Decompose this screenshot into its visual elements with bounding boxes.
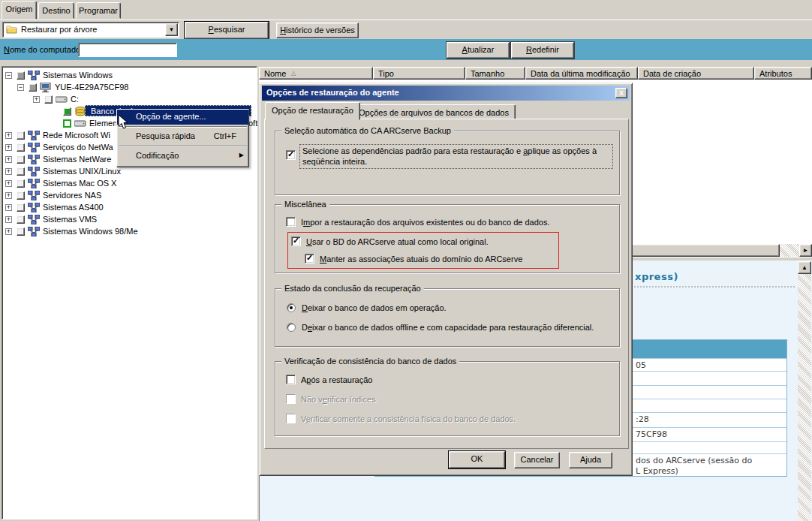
tree-item-c-drive[interactable]: + C: bbox=[2, 93, 256, 105]
tree-checkbox[interactable] bbox=[17, 131, 25, 140]
tree-checkbox[interactable] bbox=[17, 191, 25, 200]
network-icon bbox=[28, 167, 40, 176]
dialog-tab-label: Opções de arquivos de bancos de dados bbox=[359, 108, 509, 117]
expand-icon[interactable]: + bbox=[5, 168, 12, 175]
tree-checkbox[interactable] bbox=[44, 95, 53, 104]
tab-programar[interactable]: Programar bbox=[76, 2, 121, 19]
column-header-tamanho[interactable]: Tamanho bbox=[465, 67, 525, 80]
tree-item-label: Sistemas Mac OS X bbox=[43, 179, 116, 188]
tree-checkbox[interactable] bbox=[63, 119, 71, 128]
group-title: Verificação de consistência do banco de … bbox=[281, 357, 459, 366]
column-header-data-modificacao[interactable]: Data da última modificação bbox=[525, 67, 638, 80]
column-header-nome[interactable]: Nome △ bbox=[259, 67, 373, 80]
vertical-scrollbar[interactable]: ▲ bbox=[798, 261, 811, 521]
tab-destino[interactable]: Destino bbox=[38, 2, 74, 19]
tree-checkbox[interactable] bbox=[63, 107, 71, 116]
network-icon bbox=[28, 71, 40, 80]
update-button-label: Atualizar bbox=[447, 43, 509, 54]
tree-item-label: Sistemas AS400 bbox=[43, 203, 104, 212]
expand-icon[interactable]: + bbox=[5, 144, 12, 151]
dialog-title-bar[interactable]: Opções de restauração do agente X bbox=[262, 86, 630, 101]
ok-button[interactable]: OK bbox=[449, 451, 505, 468]
use-current-db-label: Usar o BD do ARCserve atual como local o… bbox=[306, 237, 489, 246]
tree-item-yue-computer[interactable]: − YUE-4E29A75CF98 bbox=[2, 81, 256, 93]
tree-item-sistemas-win98[interactable]: + Sistemas Windows 98/Me bbox=[2, 225, 256, 237]
tree-checkbox[interactable] bbox=[29, 83, 37, 92]
help-button[interactable]: Ajuda bbox=[569, 452, 612, 468]
tree-checkbox[interactable] bbox=[17, 215, 25, 224]
tree-checkbox[interactable] bbox=[17, 203, 25, 212]
skip-indexes-checkbox bbox=[286, 394, 296, 404]
cancel-button[interactable]: Cancelar bbox=[514, 452, 560, 468]
network-icon bbox=[28, 131, 40, 140]
network-icon bbox=[28, 191, 40, 200]
tab-origem[interactable]: Origem bbox=[2, 1, 37, 20]
tree-checkbox[interactable] bbox=[17, 227, 25, 236]
dropdown-arrow-button[interactable]: ▼ bbox=[165, 23, 178, 36]
network-icon bbox=[28, 203, 40, 212]
tree-item-servidores-nas[interactable]: + Servidores NAS bbox=[2, 189, 256, 201]
dialog-tab-restore-option[interactable]: Opção de restauração bbox=[265, 102, 360, 120]
expand-icon[interactable]: + bbox=[5, 156, 12, 163]
menu-item-agent-option[interactable]: Opção de agente... bbox=[117, 110, 248, 125]
page-edge-divider bbox=[0, 20, 812, 20]
menu-item-label: Opção de agente... bbox=[136, 112, 206, 121]
tree-item-label: Sistemas UNIX/Linux bbox=[43, 167, 121, 176]
tree-item-sistemas-vms[interactable]: + Sistemas VMS bbox=[2, 213, 256, 225]
tree-checkbox[interactable] bbox=[17, 179, 25, 188]
drive-icon bbox=[56, 95, 68, 104]
after-restore-label: Após a restauração bbox=[301, 375, 372, 384]
menu-item-quick-search[interactable]: Pesquisa rápida Ctrl+F bbox=[117, 129, 248, 144]
expand-icon[interactable]: + bbox=[33, 96, 40, 103]
expand-icon[interactable]: + bbox=[5, 192, 12, 199]
keep-domain-associations-checkbox[interactable] bbox=[305, 254, 314, 264]
after-restore-checkbox[interactable] bbox=[286, 375, 296, 384]
expand-icon[interactable]: + bbox=[5, 180, 12, 187]
close-button[interactable]: X bbox=[615, 88, 627, 98]
menu-item-label: Codificação bbox=[136, 151, 179, 160]
dialog-tab-panel: Seleção automática do CA ARCserve Backup… bbox=[264, 119, 629, 449]
restore-mode-dropdown[interactable]: Restaurar por árvore ▼ bbox=[2, 22, 179, 38]
version-history-label: Histórico de versões bbox=[277, 23, 358, 35]
tree-item-sistemas-as400[interactable]: + Sistemas AS400 bbox=[2, 201, 256, 213]
computer-name-input[interactable] bbox=[78, 43, 177, 57]
tab-destino-label: Destino bbox=[42, 6, 70, 15]
menu-item-encoding[interactable]: Codificação ▶ bbox=[117, 149, 248, 164]
version-history-button[interactable]: Histórico de versões bbox=[276, 23, 359, 38]
tree-item-label: C: bbox=[71, 95, 79, 104]
collapse-icon[interactable]: − bbox=[5, 72, 12, 79]
collapse-icon[interactable]: − bbox=[17, 84, 24, 91]
cancel-button-label: Cancelar bbox=[515, 453, 559, 464]
expand-icon[interactable]: + bbox=[5, 132, 12, 139]
tree-item-sistemas-windows[interactable]: − Sistemas Windows bbox=[2, 69, 256, 81]
db-operational-label: Deixar o banco de dados em operação. bbox=[302, 303, 447, 312]
tree-checkbox[interactable] bbox=[17, 71, 25, 80]
computer-name-label: Nome do computador: bbox=[4, 45, 86, 54]
scroll-right-button[interactable]: ► bbox=[799, 244, 812, 257]
reset-button[interactable]: Redefinir bbox=[511, 42, 574, 59]
column-header-data-criacao[interactable]: Data de criação bbox=[638, 67, 754, 80]
use-current-db-checkbox[interactable] bbox=[291, 236, 301, 246]
tree-checkbox[interactable] bbox=[17, 143, 25, 152]
update-button[interactable]: Atualizar bbox=[447, 42, 510, 59]
column-header-tipo[interactable]: Tipo bbox=[373, 67, 465, 80]
column-header-atributos[interactable]: Atributos bbox=[754, 67, 812, 80]
folder-icon bbox=[6, 25, 17, 34]
tree-checkbox[interactable] bbox=[17, 155, 25, 164]
tree-checkbox[interactable] bbox=[17, 167, 25, 176]
dialog-tab-db-files[interactable]: Opções de arquivos de bancos de dados bbox=[352, 104, 516, 120]
db-offline-radio[interactable] bbox=[287, 323, 296, 332]
column-header-tamanho-label: Tamanho bbox=[471, 69, 504, 78]
search-button[interactable]: Pesquisar bbox=[185, 22, 269, 39]
submenu-arrow-icon: ▶ bbox=[239, 152, 244, 158]
scroll-up-button[interactable]: ▲ bbox=[798, 261, 811, 274]
dependencies-checkbox[interactable] bbox=[286, 150, 296, 160]
db-operational-radio[interactable] bbox=[287, 303, 296, 312]
tree-item-label: Sistemas NetWare bbox=[43, 155, 111, 164]
expand-icon[interactable]: + bbox=[5, 216, 12, 223]
network-icon bbox=[28, 155, 40, 164]
tree-item-sistemas-mac[interactable]: + Sistemas Mac OS X bbox=[2, 177, 256, 189]
expand-icon[interactable]: + bbox=[5, 204, 12, 211]
expand-icon[interactable]: + bbox=[5, 228, 12, 235]
force-restore-checkbox[interactable] bbox=[286, 217, 296, 227]
